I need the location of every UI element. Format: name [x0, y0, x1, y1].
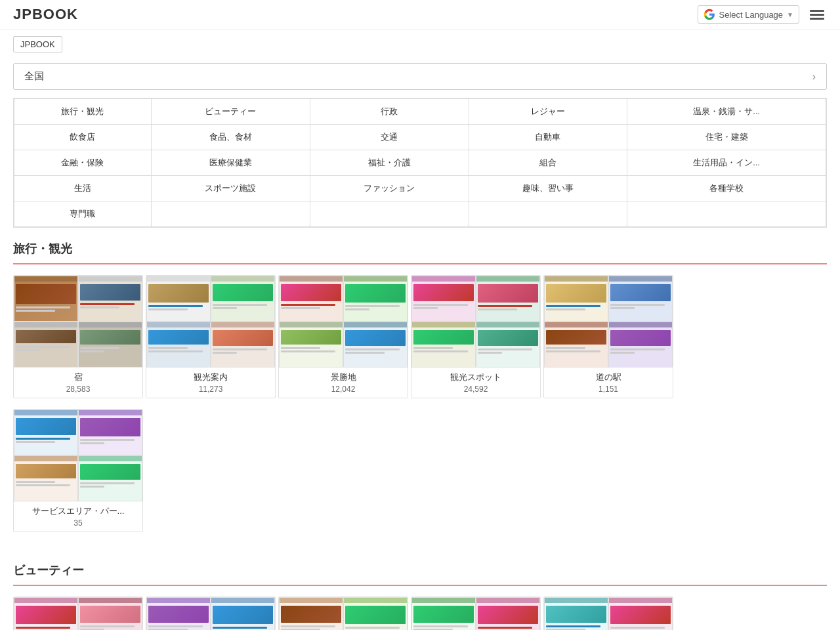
card-kankoannai-info: 観光案内 11,273 [146, 368, 275, 398]
card-beauty-3[interactable] [278, 597, 408, 630]
site-logo[interactable]: JPBOOK [13, 6, 78, 23]
card-keishochi[interactable]: 景勝地 12,042 [278, 275, 408, 398]
section-title-travel: 旅行・観光 [13, 241, 827, 257]
card-keishochi-image [279, 276, 408, 368]
section-divider-travel [13, 263, 827, 264]
category-housing[interactable]: 住宅・建築 [627, 125, 826, 150]
card-keishochi-info: 景勝地 12,042 [279, 368, 408, 398]
category-fashion[interactable]: ファッション [310, 176, 469, 201]
category-travel[interactable]: 旅行・観光 [14, 99, 152, 125]
card-beauty-4-image [411, 597, 540, 630]
category-leisure[interactable]: レジャー [469, 99, 627, 125]
category-medical[interactable]: 医療保健業 [151, 150, 310, 176]
card-michinoeki[interactable]: 道の駅 1,151 [543, 275, 673, 398]
category-row-5: 専門職 [14, 201, 826, 227]
header-right: Select Language ▼ [698, 5, 828, 24]
card-yado-count: 28,583 [19, 385, 137, 394]
category-government[interactable]: 行政 [310, 99, 469, 125]
card-servicearea-image [14, 410, 142, 501]
card-kankospot-image [411, 276, 540, 368]
category-food[interactable]: 食品、食材 [151, 125, 310, 150]
category-beauty[interactable]: ビューティー [151, 99, 310, 125]
card-kankospot-count: 24,592 [417, 385, 535, 394]
card-yado-image [14, 276, 142, 368]
category-finance[interactable]: 金融・保険 [14, 150, 152, 176]
language-label: Select Language [719, 10, 784, 20]
breadcrumb-bar: JPBOOK [0, 30, 840, 59]
language-dropdown-arrow: ▼ [787, 11, 793, 18]
card-kankoannai-count: 11,273 [152, 385, 270, 394]
category-specialist[interactable]: 専門職 [14, 201, 152, 227]
region-chevron: › [812, 71, 816, 83]
card-michinoeki-info: 道の駅 1,151 [544, 368, 673, 398]
card-kankospot[interactable]: 観光スポット 24,592 [411, 275, 541, 398]
card-kankoannai[interactable]: 観光案内 11,273 [146, 275, 276, 398]
card-kankoannai-name: 観光案内 [152, 371, 270, 383]
card-kankospot-info: 観光スポット 24,592 [411, 368, 540, 398]
category-sports[interactable]: スポーツ施設 [151, 176, 310, 201]
card-beauty-2-image [146, 597, 275, 630]
section-divider-beauty [13, 585, 827, 586]
region-selector[interactable]: 全国 › [13, 63, 827, 90]
card-servicearea[interactable]: サービスエリア・パー... 35 [13, 409, 143, 532]
cards-grid-travel: 宿 28,583 [13, 275, 827, 409]
card-kankoannai-image [146, 276, 275, 368]
section-title-beauty: ビューティー [13, 562, 827, 578]
category-household[interactable]: 生活用品・イン... [627, 150, 826, 176]
category-restaurant[interactable]: 飲食店 [14, 125, 152, 150]
language-selector[interactable]: Select Language ▼ [698, 5, 800, 24]
category-hotspring[interactable]: 温泉・銭湯・サ... [627, 99, 826, 125]
category-auto[interactable]: 自動車 [469, 125, 627, 150]
card-servicearea-count: 35 [19, 518, 137, 528]
card-yado[interactable]: 宿 28,583 [13, 275, 143, 398]
card-beauty-1[interactable] [13, 597, 143, 630]
category-row-2: 飲食店 食品、食材 交通 自動車 住宅・建築 [14, 125, 826, 150]
card-kankospot-name: 観光スポット [417, 371, 535, 383]
card-beauty-4[interactable] [411, 597, 541, 630]
card-servicearea-info: サービスエリア・パー... 35 [14, 501, 142, 532]
card-servicearea-name: サービスエリア・パー... [19, 505, 137, 517]
header: JPBOOK Select Language ▼ [0, 0, 840, 30]
card-beauty-5[interactable] [543, 597, 673, 630]
card-beauty-2[interactable] [146, 597, 276, 630]
category-school[interactable]: 各種学校 [627, 176, 826, 201]
cards-grid-travel-row2: サービスエリア・パー... 35 [13, 409, 827, 543]
card-keishochi-name: 景勝地 [284, 371, 402, 383]
card-beauty-5-image [544, 597, 673, 630]
category-life[interactable]: 生活 [14, 176, 152, 201]
category-grid: 旅行・観光 ビューティー 行政 レジャー 温泉・銭湯・サ... 飲食店 食品、食… [13, 98, 827, 228]
card-michinoeki-count: 1,151 [549, 385, 667, 394]
card-beauty-3-image [279, 597, 408, 630]
card-keishochi-count: 12,042 [284, 385, 402, 394]
section-beauty: ビューティー [13, 562, 827, 630]
google-icon [704, 9, 715, 20]
card-michinoeki-name: 道の駅 [549, 371, 667, 383]
region-value: 全国 [24, 70, 44, 83]
category-transport[interactable]: 交通 [310, 125, 469, 150]
category-row-3: 金融・保険 医療保健業 福祉・介護 組合 生活用品・イン... [14, 150, 826, 176]
category-union[interactable]: 組合 [469, 150, 627, 176]
section-travel: 旅行・観光 [13, 241, 827, 543]
breadcrumb-home[interactable]: JPBOOK [13, 36, 62, 52]
category-row-4: 生活 スポーツ施設 ファッション 趣味、習い事 各種学校 [14, 176, 826, 201]
card-beauty-1-image [14, 597, 142, 630]
category-hobby[interactable]: 趣味、習い事 [469, 176, 627, 201]
cards-grid-beauty [13, 597, 827, 630]
card-yado-info: 宿 28,583 [14, 368, 142, 398]
category-welfare[interactable]: 福祉・介護 [310, 150, 469, 176]
card-michinoeki-image [544, 276, 673, 368]
card-yado-name: 宿 [19, 371, 137, 383]
category-row-1: 旅行・観光 ビューティー 行政 レジャー 温泉・銭湯・サ... [14, 99, 826, 125]
menu-icon[interactable] [807, 7, 827, 22]
